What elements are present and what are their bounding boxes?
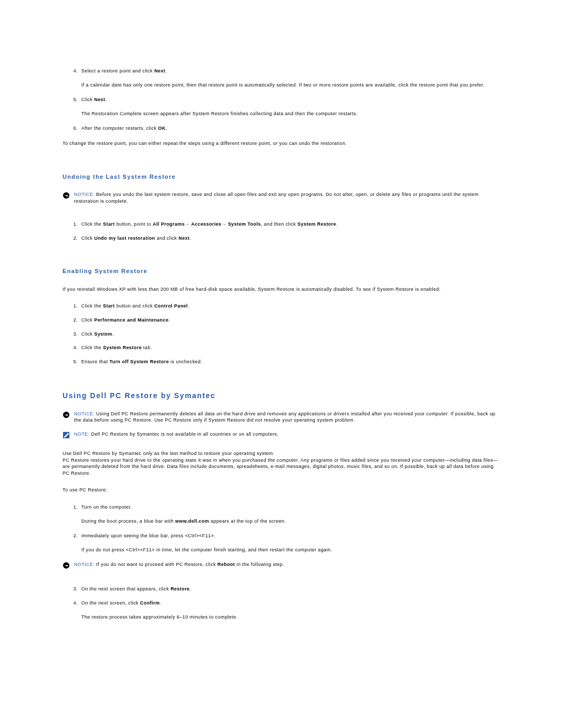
enable-steps: Click the Start button and click Control… [63, 303, 500, 365]
notice-icon [63, 192, 70, 199]
note-dell-text: Dell PC Restore by Symantec is not avail… [91, 431, 279, 437]
enable-step-2: Click Performance and Maintenance. [79, 317, 500, 324]
dell-step-3: On the next screen that appears, click R… [79, 586, 500, 593]
step-4-text: Select a restore point and click [81, 68, 154, 73]
para-enable: If you reinstall Windows XP with less th… [63, 286, 500, 293]
para-dell-2: PC Restore restores your hard drive to t… [63, 457, 500, 477]
document-page: Select a restore point and click Next. I… [0, 0, 563, 728]
dell-steps-b: On the next screen that appears, click R… [63, 586, 500, 620]
step-5: Click Next. The Restoration Complete scr… [79, 96, 500, 117]
dell-step-2: Immediately upon seeing the blue bar, pr… [79, 533, 500, 553]
enable-step-4: Click the System Restore tab. [79, 344, 500, 351]
dell-steps-a: Turn on the computer. During the boot pr… [63, 504, 500, 553]
para-change-restore-point: To change the restore point, you can eit… [63, 140, 500, 147]
note-icon [63, 431, 70, 439]
restore-steps-continued: Select a restore point and click Next. I… [63, 68, 500, 132]
dell-step-4: On the next screen, click Confirm. The r… [79, 600, 500, 620]
notice-undo: NOTICE: Before you undo the last system … [63, 191, 500, 204]
heading-dell-pc-restore: Using Dell PC Restore by Symantec [63, 391, 500, 401]
notice-undo-label: NOTICE: [74, 192, 96, 197]
enable-step-5: Ensure that Turn off System Restore is u… [79, 359, 500, 365]
dell-step-2-sub: If you do not press <Ctrl><F11> in time,… [81, 547, 500, 553]
note-dell-label: NOTE: [74, 431, 91, 437]
notice-dell-text: Using Dell PC Restore permanently delete… [74, 411, 495, 423]
step-5-sub: The Restoration Complete screen appears … [81, 110, 500, 117]
step-6: After the computer restarts, click OK. [79, 125, 500, 132]
dell-step-4-sub: The restore process takes approximately … [81, 614, 500, 621]
undo-step-2: Click Undo my last restoration and click… [79, 235, 500, 242]
para-dell-1: Use Dell PC Restore by Symantec only as … [63, 450, 500, 457]
notice-reboot: NOTICE: If you do not want to proceed wi… [63, 561, 500, 569]
subhead-enable: Enabling System Restore [63, 267, 500, 275]
notice-undo-text: Before you undo the last system restore,… [74, 192, 479, 204]
undo-steps: Click the Start button, point to All Pro… [63, 221, 500, 241]
enable-step-3: Click System. [79, 331, 500, 338]
notice-dell-label: NOTICE: [74, 411, 96, 416]
step-4-sub: If a calendar date has only one restore … [81, 82, 500, 89]
subhead-undo: Undoing the Last System Restore [63, 173, 500, 181]
notice-reboot-label: NOTICE: [74, 562, 96, 567]
dell-step-1: Turn on the computer. During the boot pr… [79, 504, 500, 524]
note-dell: NOTE: Dell PC Restore by Symantec is not… [63, 431, 500, 439]
step-4-bold: Next [154, 68, 165, 73]
step-4: Select a restore point and click Next. I… [79, 68, 500, 88]
enable-step-1: Click the Start button and click Control… [79, 303, 500, 310]
dell-step-1-sub: During the boot process, a blue bar with… [81, 518, 500, 525]
para-dell-3: To use PC Restore: [63, 487, 500, 493]
notice-dell: NOTICE: Using Dell PC Restore permanentl… [63, 411, 500, 424]
undo-step-1: Click the Start button, point to All Pro… [79, 221, 500, 228]
notice-icon [63, 562, 70, 569]
notice-icon [63, 411, 70, 418]
